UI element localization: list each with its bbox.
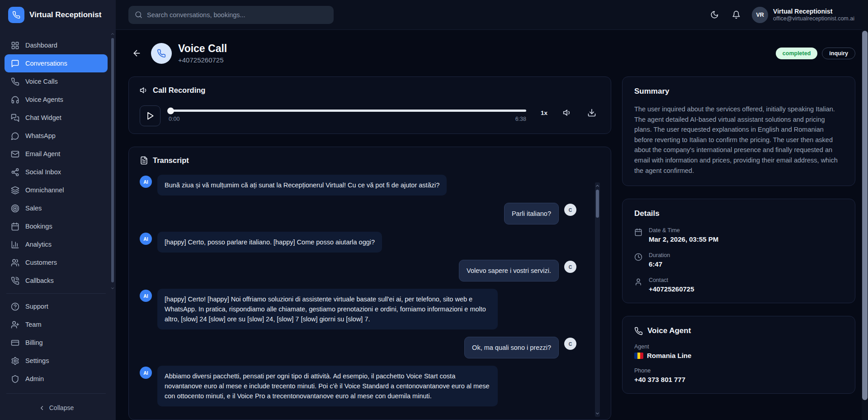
sidebar-item-admin[interactable]: Admin [5,370,108,388]
sidebar-item-label: Conversations [25,60,67,67]
ai-avatar: AI [140,290,152,302]
message-bubble: Volevo sapere i vostri servizi. [459,260,559,282]
collapse-label: Collapse [49,404,74,411]
detail-value: +40725260725 [649,285,694,293]
user-name: Virtual Receptionist [773,8,854,16]
details-title: Details [634,209,843,218]
seek-slider-knob[interactable] [167,107,174,114]
sidebar-scrollbar[interactable] [110,31,115,293]
scrollbar-thumb[interactable] [596,190,599,218]
support-icon [11,302,19,311]
sidebar-item-dashboard[interactable]: Dashboard [5,36,108,54]
volume-button[interactable] [563,108,572,117]
detail-row: Date & TimeMar 2, 2026, 03:55 PM [634,227,843,243]
sidebar-item-bookings[interactable]: Bookings [5,217,108,235]
chat-widget-icon [11,114,19,122]
sidebar-item-label: Omnichannel [25,186,64,194]
back-button[interactable] [128,45,145,62]
theme-toggle-button[interactable] [706,6,723,24]
notifications-button[interactable] [727,6,745,24]
chevron-down-icon[interactable] [595,411,600,416]
sidebar-item-callbacks[interactable]: Callbacks [5,272,108,290]
sidebar-divider [6,293,106,294]
sidebar-item-settings[interactable]: Settings [5,352,108,370]
recording-title: Call Recording [153,86,205,95]
download-button[interactable] [587,108,596,117]
play-button[interactable] [140,105,160,126]
sidebar-item-label: Analytics [25,241,52,248]
summary-title: Summary [634,87,843,96]
agent-phone: +40 373 801 777 [634,376,843,383]
main-content: Voice Call +40725260725 completedinquiry… [116,30,868,420]
playback-speed-button[interactable]: 1x [541,110,547,116]
phone-icon [157,49,166,58]
sidebar-item-omnichannel[interactable]: Omnichannel [5,181,108,199]
clock-icon [634,253,642,268]
email-agent-icon [11,150,19,158]
transcript-message-ai: AI[happy] Certo! [happy] Noi offriamo so… [140,289,576,329]
sidebar-item-analytics[interactable]: Analytics [5,235,108,253]
whatsapp-icon [11,132,19,140]
page-scrollbar[interactable] [862,0,868,420]
sidebar-item-label: Social Inbox [25,168,61,176]
sidebar-item-voice-agents[interactable]: Voice Agents [5,91,108,109]
current-time: 0:00 [169,116,179,122]
admin-icon [11,375,19,383]
chevron-up-icon[interactable] [595,183,600,188]
sidebar-item-email-agent[interactable]: Email Agent [5,145,108,163]
sidebar-item-voice-calls[interactable]: Voice Calls [5,72,108,91]
sidebar-item-label: Email Agent [25,150,60,158]
bookings-icon [11,222,19,231]
sidebar-item-support[interactable]: Support [5,297,108,315]
chevron-down-icon[interactable] [110,286,115,291]
message-bubble: Bună ziua și vă mulțumim că ați sunat la… [157,175,447,196]
search-input[interactable] [147,11,327,19]
arrow-left-icon [132,48,142,58]
scrollbar-thumb[interactable] [111,38,114,282]
total-duration: 6:38 [515,116,526,122]
ai-avatar: AI [140,233,152,245]
omnichannel-icon [11,186,19,195]
voice-agent-title: Voice Agent [647,326,691,335]
sidebar-item-conversations[interactable]: Conversations [5,54,108,72]
phone-icon [634,327,643,335]
sidebar-item-customers[interactable]: Customers [5,253,108,272]
ai-avatar: AI [140,367,152,379]
sidebar-item-sales[interactable]: Sales [5,199,108,217]
contact-icon [634,278,642,293]
scrollbar-thumb[interactable] [862,31,868,400]
conversations-icon [11,59,19,68]
detail-label: Date & Time [649,227,718,234]
transcript-message-customer: Ok, ma quali sono i prezzi?C [140,337,576,358]
sidebar-item-social-inbox[interactable]: Social Inbox [5,163,108,181]
customer-avatar: C [564,261,576,273]
transcript-scrollbar[interactable] [595,182,600,417]
summary-text: The user inquired about the services off… [634,104,843,176]
sidebar-item-whatsapp[interactable]: WhatsApp [5,127,108,145]
callbacks-icon [11,277,19,285]
search-box[interactable] [128,6,334,24]
customer-avatar: C [564,338,576,350]
seek-slider[interactable] [169,110,526,112]
phone-label: Phone [634,368,843,374]
sidebar-item-chat-widget[interactable]: Chat Widget [5,109,108,127]
collapse-sidebar-button[interactable]: Collapse [5,397,108,418]
romania-flag-icon [634,353,643,359]
voice-agent-card: Voice Agent Agent Romania Line Phone +40… [622,316,855,394]
sidebar-item-label: Admin [25,375,44,382]
sidebar-item-label: Customers [25,259,57,266]
topbar: Virtual Receptionist VR Virtual Receptio… [0,0,868,30]
user-menu[interactable]: VR Virtual Receptionist office@virtualre… [752,7,854,23]
sidebar-item-label: WhatsApp [25,132,56,139]
detail-row: Duration6:47 [634,252,843,268]
sidebar-item-team[interactable]: Team [5,315,108,334]
chevron-up-icon[interactable] [110,32,115,36]
detail-value: Mar 2, 2026, 03:55 PM [649,235,718,243]
sidebar-item-label: Voice Agents [25,96,63,103]
details-rows: Date & TimeMar 2, 2026, 03:55 PMDuration… [634,227,843,293]
message-list: AIBună ziua și vă mulțumim că ați sunat … [140,175,600,406]
sidebar-nav-main: DashboardConversationsVoice CallsVoice A… [5,36,108,290]
sidebar-item-billing[interactable]: Billing [5,334,108,352]
detail-row: Contact+40725260725 [634,277,843,293]
transcript-message-ai: AI[happy] Certo, posso parlare italiano.… [140,232,576,253]
